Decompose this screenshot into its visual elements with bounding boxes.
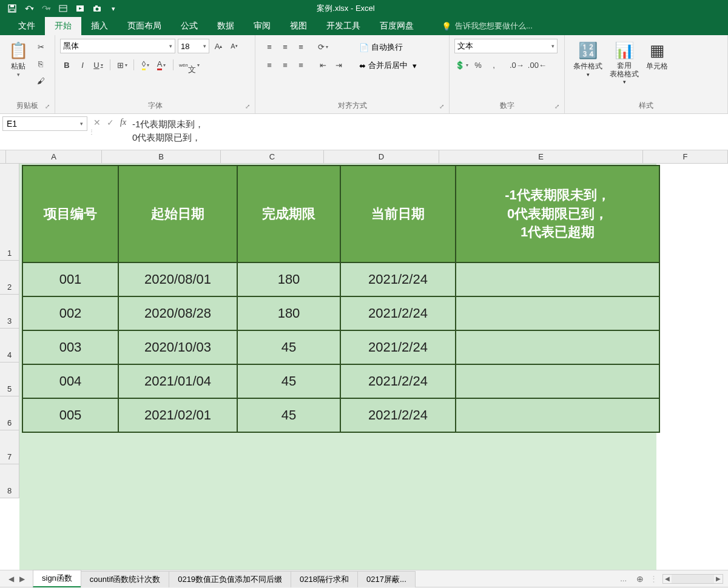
row-header[interactable]: 3: [0, 295, 19, 329]
row-header[interactable]: 8: [0, 464, 19, 498]
font-name-combo[interactable]: 黑体▾: [60, 39, 175, 53]
underline-button[interactable]: U▾: [92, 58, 105, 72]
align-bottom-icon[interactable]: ≡: [294, 40, 308, 53]
merge-center-button[interactable]: ⬌合并后居中▾: [355, 58, 421, 73]
dialog-launcher-icon[interactable]: ⤢: [554, 103, 559, 110]
row-header[interactable]: 1: [0, 164, 19, 261]
column-header[interactable]: C: [221, 150, 324, 164]
paste-button[interactable]: 📋 粘贴 ▾: [5, 39, 32, 80]
table-cell[interactable]: 001: [22, 262, 118, 296]
sheet-nav-next-icon[interactable]: ▶: [17, 575, 27, 583]
qat-customize-icon[interactable]: ▾: [107, 2, 121, 15]
align-top-icon[interactable]: ≡: [263, 40, 276, 53]
number-format-combo[interactable]: 文本▾: [454, 39, 558, 53]
bold-button[interactable]: B: [60, 58, 73, 72]
column-header[interactable]: A: [6, 150, 102, 164]
tab-developer[interactable]: 开发工具: [317, 17, 370, 35]
cell-style-button[interactable]: ▦ 单元格: [642, 39, 672, 74]
align-center-icon[interactable]: ≡: [278, 58, 292, 72]
table-cell[interactable]: 180: [237, 262, 340, 296]
table-header-cell[interactable]: -1代表期限未到， 0代表期限已到， 1代表已超期: [456, 165, 659, 262]
copy-icon[interactable]: ⎘: [34, 57, 47, 70]
row-header[interactable]: 4: [0, 329, 19, 362]
camera-icon[interactable]: [90, 2, 104, 15]
decrease-indent-icon[interactable]: ⇤: [316, 58, 329, 72]
table-cell[interactable]: 2020/08/28: [118, 296, 237, 330]
border-icon[interactable]: ⊞▾: [115, 58, 129, 72]
row-header[interactable]: 7: [0, 430, 19, 464]
font-size-combo[interactable]: 18▾: [178, 39, 209, 53]
column-header[interactable]: D: [324, 150, 439, 164]
column-header[interactable]: B: [102, 150, 221, 164]
wrap-text-button[interactable]: 📄自动换行: [355, 40, 421, 55]
row-header[interactable]: 2: [0, 261, 19, 295]
table-cell[interactable]: [456, 296, 659, 330]
decrease-font-icon[interactable]: A▾: [228, 39, 241, 53]
table-cell[interactable]: 005: [22, 398, 118, 432]
orientation-icon[interactable]: ⟳▾: [316, 40, 329, 53]
grid-cells[interactable]: 项目编号起始日期完成期限当前日期-1代表期限未到， 0代表期限已到， 1代表已超…: [19, 164, 728, 570]
italic-button[interactable]: I: [76, 58, 89, 72]
table-header-cell[interactable]: 起始日期: [118, 165, 237, 262]
decrease-decimal-icon[interactable]: .00←: [527, 58, 547, 72]
align-middle-icon[interactable]: ≡: [278, 40, 292, 53]
tab-file[interactable]: 文件: [8, 17, 45, 35]
sheet-nav[interactable]: ◀ ▶: [0, 575, 33, 583]
name-box[interactable]: E1▾: [2, 116, 87, 131]
cut-icon[interactable]: ✂: [34, 40, 47, 53]
table-cell[interactable]: 45: [237, 398, 340, 432]
cancel-icon[interactable]: ✕: [93, 118, 101, 127]
sheet-tab[interactable]: 0218隔行求和: [291, 571, 358, 587]
tell-me-search[interactable]: 💡 告诉我您想要做什么...: [436, 17, 539, 35]
redo-icon[interactable]: ↷▾: [39, 2, 53, 15]
table-cell[interactable]: 2020/08/01: [118, 262, 237, 296]
table-cell[interactable]: 2020/10/03: [118, 330, 237, 364]
align-right-icon[interactable]: ≡: [294, 58, 308, 72]
column-header[interactable]: E: [439, 150, 643, 164]
sheet-tab[interactable]: countif函数统计次数: [81, 571, 169, 587]
sheet-nav-prev-icon[interactable]: ◀: [6, 575, 16, 583]
tab-layout[interactable]: 页面布局: [118, 17, 171, 35]
tab-formulas[interactable]: 公式: [171, 17, 207, 35]
tab-review[interactable]: 审阅: [244, 17, 280, 35]
qat-icon-2[interactable]: [73, 2, 87, 15]
increase-decimal-icon[interactable]: .0→: [509, 58, 525, 72]
font-color-icon[interactable]: A▾: [155, 58, 168, 72]
table-header-cell[interactable]: 项目编号: [22, 165, 118, 262]
phonetic-icon[interactable]: wén文▾: [178, 58, 200, 72]
table-cell[interactable]: 180: [237, 296, 340, 330]
dialog-launcher-icon[interactable]: ⤢: [439, 103, 444, 110]
dialog-launcher-icon[interactable]: ⤢: [245, 103, 250, 110]
row-header[interactable]: 5: [0, 362, 19, 396]
undo-icon[interactable]: ↶▾: [22, 2, 36, 15]
align-left-icon[interactable]: ≡: [263, 58, 276, 72]
conditional-format-button[interactable]: 🔢 条件格式▾: [570, 39, 606, 80]
table-cell[interactable]: 003: [22, 330, 118, 364]
table-cell[interactable]: [456, 330, 659, 364]
qat-icon-1[interactable]: [56, 2, 70, 15]
tab-insert[interactable]: 插入: [81, 17, 118, 35]
formula-input[interactable]: -1代表期限未到， 0代表期限已到，: [126, 114, 728, 150]
tab-baidu[interactable]: 百度网盘: [370, 17, 423, 35]
table-cell[interactable]: 2021/2/24: [340, 296, 456, 330]
table-cell[interactable]: [456, 364, 659, 398]
table-cell[interactable]: 002: [22, 296, 118, 330]
dialog-launcher-icon[interactable]: ⤢: [45, 103, 50, 110]
sheet-tab[interactable]: 0217屏蔽...: [357, 571, 416, 587]
table-cell[interactable]: [456, 398, 659, 432]
table-cell[interactable]: 45: [237, 364, 340, 398]
add-sheet-button[interactable]: ⊕: [630, 574, 650, 584]
comma-style-icon[interactable]: ,: [487, 58, 500, 72]
table-header-cell[interactable]: 当前日期: [340, 165, 456, 262]
accounting-format-icon[interactable]: 💲▾: [454, 58, 469, 72]
increase-font-icon[interactable]: A▴: [212, 39, 225, 53]
tab-data[interactable]: 数据: [207, 17, 244, 35]
format-painter-icon[interactable]: 🖌: [34, 74, 47, 87]
fx-icon[interactable]: fx: [120, 118, 126, 127]
column-header[interactable]: F: [643, 150, 728, 164]
percent-style-icon[interactable]: %: [471, 58, 485, 72]
table-cell[interactable]: 2021/01/04: [118, 364, 237, 398]
enter-icon[interactable]: ✓: [107, 118, 114, 127]
row-header[interactable]: 6: [0, 396, 19, 430]
tab-view[interactable]: 视图: [280, 17, 317, 35]
